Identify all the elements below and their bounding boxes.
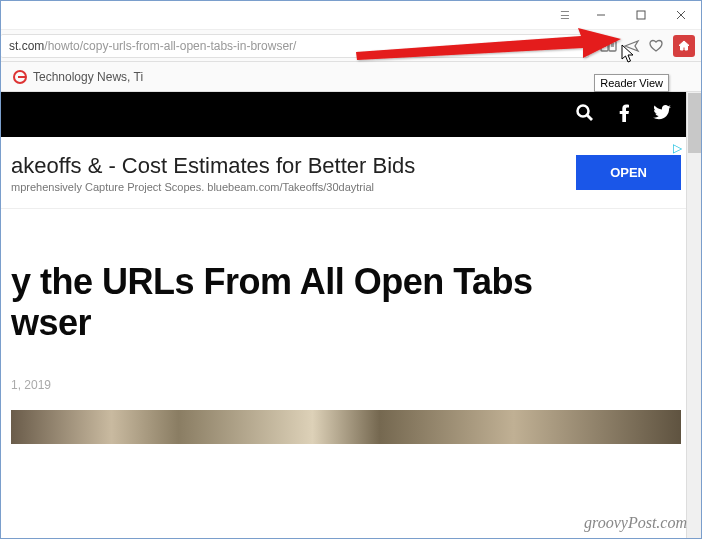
search-icon[interactable] <box>575 103 595 127</box>
bookmark-favicon <box>13 70 27 84</box>
mouse-cursor <box>621 44 639 64</box>
advertisement: ▷✕ akeoffs & - Cost Estimates for Better… <box>1 137 701 209</box>
article-title: y the URLs From All Open Tabswser <box>11 261 681 344</box>
heart-icon[interactable] <box>647 37 665 55</box>
article-body: y the URLs From All Open Tabswser 1, 201… <box>1 221 701 444</box>
close-button[interactable] <box>661 1 701 30</box>
site-header <box>1 92 701 137</box>
vertical-scrollbar[interactable] <box>686 92 701 538</box>
scrollbar-thumb[interactable] <box>688 93 701 153</box>
tray-icon: ☰ <box>560 9 571 22</box>
page-content: ▷✕ akeoffs & - Cost Estimates for Better… <box>1 92 701 538</box>
svg-line-11 <box>587 115 592 120</box>
facebook-icon[interactable] <box>619 104 629 126</box>
article-date: 1, 2019 <box>11 378 681 392</box>
article-hero-image <box>11 410 681 444</box>
svg-rect-1 <box>637 11 645 19</box>
url-path: /howto/copy-urls-from-all-open-tabs-in-b… <box>44 39 296 53</box>
ad-description: mprehensively Capture Project Scopes. bl… <box>11 181 576 193</box>
watermark: groovyPost.com <box>584 514 687 532</box>
bookmark-item[interactable]: Technology News, Ti <box>33 70 143 84</box>
twitter-icon[interactable] <box>653 105 671 124</box>
annotation-arrow <box>351 26 631 66</box>
reader-view-tooltip: Reader View <box>594 74 669 92</box>
url-host: st.com <box>9 39 44 53</box>
svg-point-10 <box>578 105 589 116</box>
home-button[interactable] <box>673 35 695 57</box>
ad-title: akeoffs & - Cost Estimates for Better Bi… <box>11 153 576 179</box>
ad-open-button[interactable]: OPEN <box>576 155 681 190</box>
